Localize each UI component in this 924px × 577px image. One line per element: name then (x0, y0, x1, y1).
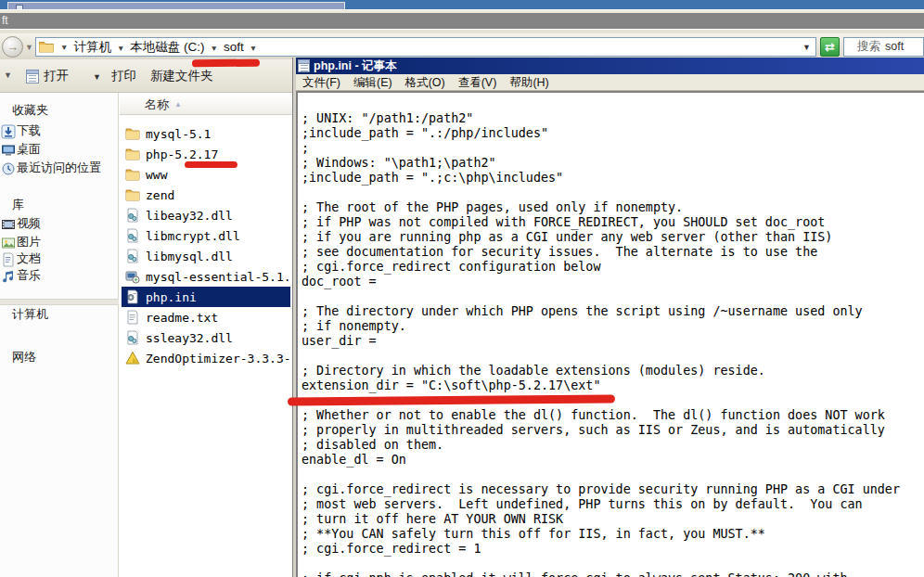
download-icon (1, 124, 16, 139)
notepad-menu-item[interactable]: 查看(V) (452, 74, 504, 91)
sidebar-item-label: 图片 (17, 234, 41, 250)
red-underline-php-folder-annotation (185, 161, 237, 168)
sidebar-item-label: 桌面 (17, 141, 41, 158)
file-name: www (146, 168, 167, 182)
sidebar-item[interactable]: 音乐 (1, 267, 41, 284)
breadcrumb-root-arrow[interactable]: ▼ (58, 43, 71, 52)
file-name: php.ini (146, 290, 197, 304)
file-name: ZendOptimizer-3.3.3-Windo (146, 352, 290, 365)
sidebar-item-label: 下载 (17, 122, 41, 139)
breadcrumb-segment[interactable]: 本地磁盘 (C:) (127, 40, 207, 54)
file-row[interactable]: libmysql.dll (122, 246, 290, 266)
search-term: soft (885, 40, 904, 53)
file-row[interactable]: mysql-essential-5.1.63-wi (122, 266, 290, 287)
documents-icon (1, 252, 16, 267)
dll-icon (125, 208, 140, 223)
notepad-file-icon (26, 70, 39, 83)
new-folder-button[interactable]: 新建文件夹 (147, 65, 217, 87)
sidebar-item[interactable]: 视频 (1, 215, 41, 232)
file-name: ssleay32.dll (146, 331, 233, 345)
sidebar-item-label: 最近访问的位置 (17, 160, 101, 176)
notepad-menu-item[interactable]: 编辑(E) (347, 74, 399, 91)
file-name: zend (146, 188, 174, 202)
file-name: php-5.2.17 (146, 147, 218, 161)
folder-icon (125, 147, 140, 161)
background-titlebar: ft (0, 13, 924, 29)
file-name: mysql-essential-5.1.63-wi (146, 270, 290, 284)
background-titlebar-text: ft (2, 14, 8, 27)
file-row[interactable]: mysql-5.1 (122, 123, 290, 144)
recent-places-icon (1, 161, 16, 176)
sidebar-item-label: 音乐 (17, 267, 41, 284)
dll-icon (125, 228, 140, 243)
screen: ft → ▼ ▼ 计算机▼本地磁盘 (C:)▼soft▼ ▼ ⇄ 搜索soft … (0, 0, 924, 577)
breadcrumb-segment[interactable]: 计算机 (71, 40, 114, 54)
notepad-menu-item[interactable]: 文件(F) (296, 74, 347, 91)
notepad-text-area[interactable]: ; UNIX: "/path1:/path2" ;include_path = … (300, 95, 924, 577)
sidebar-item[interactable]: 文档 (1, 250, 41, 267)
breadcrumb: 计算机▼本地磁盘 (C:)▼soft▼ (71, 39, 260, 56)
music-icon (1, 269, 16, 284)
file-row[interactable]: zend (122, 185, 290, 205)
file-row[interactable]: php.ini (122, 287, 290, 307)
address-dropdown-icon[interactable]: ▼ (802, 43, 811, 52)
new-folder-button-label: 新建文件夹 (150, 68, 213, 84)
sidebar-group-3[interactable]: 网络 (12, 349, 36, 365)
file-row[interactable]: libeay32.dll (122, 205, 290, 225)
dll-icon (125, 249, 140, 263)
refresh-button[interactable]: ⇄ (820, 37, 840, 57)
sidebar-item-label: 文档 (17, 250, 41, 267)
pictures-icon (1, 236, 16, 250)
name-column-header[interactable]: 名称▲ (120, 95, 292, 115)
file-row[interactable]: ssleay32.dll (122, 327, 290, 348)
file-row[interactable]: ZendOptimizer-3.3.3-Windo (122, 348, 290, 368)
sidebar-item[interactable]: 桌面 (1, 141, 41, 158)
notepad-menu-item[interactable]: 帮助(H) (503, 74, 555, 91)
folder-icon (39, 41, 54, 53)
open-button-label: 打开 (44, 68, 69, 84)
search-input[interactable]: 搜索soft (843, 37, 924, 57)
dll-icon (125, 330, 140, 345)
ini-icon (125, 289, 140, 304)
sidebar-item[interactable]: 图片 (1, 234, 41, 250)
sort-ascending-icon: ▲ (174, 95, 182, 115)
notepad-app-icon (298, 59, 310, 72)
file-row[interactable]: readme.txt (122, 307, 290, 327)
txt-icon (125, 310, 140, 325)
notepad-title-bar[interactable]: php.ini - 记事本 (296, 58, 924, 74)
address-bar[interactable]: ▼ 计算机▼本地磁盘 (C:)▼soft▼ (35, 37, 816, 57)
organize-dropdown-fragment[interactable]: ▼ (4, 71, 12, 80)
installer-icon (125, 269, 140, 284)
file-name: libeay32.dll (146, 209, 233, 223)
breadcrumb-arrow-icon[interactable]: ▼ (208, 44, 221, 53)
sidebar-separator (0, 299, 119, 305)
print-button-label: 打印 (111, 68, 136, 84)
open-button[interactable]: 打开 (22, 65, 72, 87)
print-button[interactable]: 打印 (108, 65, 140, 87)
notepad-client-area: ; UNIX: "/path1:/path2" ;include_path = … (296, 91, 924, 577)
breadcrumb-segment[interactable]: soft (221, 40, 247, 54)
sidebar-group-2[interactable]: 计算机 (12, 306, 48, 323)
videos-icon (1, 217, 16, 232)
sidebar-group-1[interactable]: 库 (12, 197, 24, 213)
navigation-pane: 收藏夹下载桌面最近访问的位置库视频图片文档音乐计算机网络 (0, 93, 119, 577)
desktop-icon (1, 143, 16, 158)
red-underline-soft-annotation (192, 59, 260, 68)
sidebar-group-0[interactable]: 收藏夹 (12, 102, 48, 119)
notepad-window: php.ini - 记事本 文件(F)编辑(E)格式(O)查看(V)帮助(H) … (293, 58, 924, 577)
folder-icon (125, 126, 140, 141)
sidebar-item[interactable]: 最近访问的位置 (1, 160, 101, 176)
file-name: readme.txt (146, 311, 218, 325)
nav-history-dropdown-icon[interactable]: ▼ (25, 43, 33, 52)
sidebar-item-label: 视频 (17, 215, 41, 232)
name-column-label: 名称 (145, 97, 169, 111)
file-row[interactable]: libmcrypt.dll (122, 225, 290, 246)
sidebar-item[interactable]: 下载 (1, 122, 41, 139)
breadcrumb-arrow-icon[interactable]: ▼ (247, 44, 260, 53)
folder-icon (125, 187, 140, 202)
open-dropdown-icon[interactable]: ▼ (93, 72, 101, 82)
notepad-menu-item[interactable]: 格式(O) (399, 74, 452, 91)
breadcrumb-arrow-icon[interactable]: ▼ (114, 44, 127, 53)
address-bar-row: → ▼ ▼ 计算机▼本地磁盘 (C:)▼soft▼ ▼ ⇄ 搜索soft (0, 33, 924, 59)
forward-button[interactable]: → (2, 36, 23, 58)
